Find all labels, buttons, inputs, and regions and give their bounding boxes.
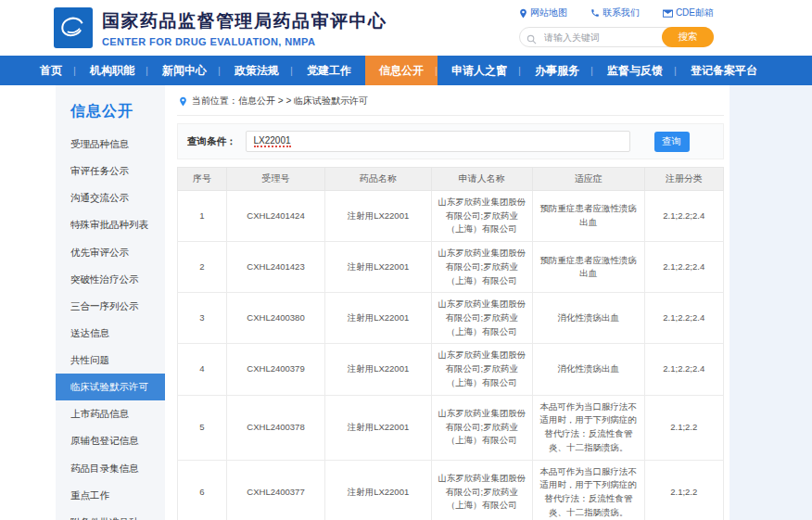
nav-item-registration-platform[interactable]: 登记备案平台 (677, 56, 771, 85)
cell-index: 2 (178, 242, 227, 293)
nav-item-info-disclosure[interactable]: 信息公开 (365, 56, 438, 85)
page: 国家药品监督管理局药品审评中心 CENTER FOR DRUG EVALUATI… (0, 0, 812, 520)
sidebar-item-drug-catalog[interactable]: 药品目录集信息 (56, 455, 165, 482)
cell-indication: 预防重症患者应激性溃疡出血 (532, 242, 644, 293)
nav-item-applicant[interactable]: 申请人之窗 (438, 56, 521, 85)
cde-mail-link[interactable]: CDE邮箱 (663, 6, 714, 19)
nav-item-home[interactable]: 首页 (26, 56, 76, 85)
site-search-button[interactable]: 搜索 (662, 27, 714, 47)
sidebar-item-excipient-registration[interactable]: 原辅包登记信息 (56, 427, 165, 454)
nav-item-party[interactable]: 党建工作 (293, 56, 365, 85)
col-header-applicant: 申请人名称 (431, 168, 532, 191)
quick-links: 网站地图 联系我们 CDE邮箱 (519, 6, 714, 19)
cell-indication: 本品可作为当口服疗法不适用时，用于下列病症的替代疗法：反流性食管炎、十二指肠溃疡… (532, 460, 644, 520)
sidebar-item-priority-review[interactable]: 优先审评公示 (56, 239, 165, 266)
nav-item-feedback[interactable]: 监督与反馈 (593, 56, 677, 85)
col-header-acceptance-no: 受理号 (227, 168, 325, 191)
sidebar-title: 信息公开 (56, 96, 165, 131)
sidebar-item-review-tasks[interactable]: 审评任务公示 (56, 158, 165, 184)
query-button[interactable]: 查询 (654, 132, 690, 152)
phone-icon (590, 8, 600, 18)
sidebar-item-communication[interactable]: 沟通交流公示 (56, 184, 165, 211)
cde-mail-label: CDE邮箱 (676, 6, 714, 19)
site-title-cn: 国家药品监督管理局药品审评中心 (102, 9, 387, 33)
sidebar-item-special-approval[interactable]: 特殊审批品种列表 (56, 211, 165, 238)
sidebar: 信息公开 受理品种信息 审评任务公示 沟通交流公示 特殊审批品种列表 优先审评公… (56, 85, 165, 520)
cell-acceptance-no: CXHL2400378 (227, 395, 325, 460)
cell-reg-class: 2.1;2.2;2.4 (644, 242, 723, 293)
cell-drug-name: 注射用LX22001 (325, 460, 432, 520)
sidebar-item-delivery-info[interactable]: 送达信息 (56, 320, 165, 347)
brand-titles: 国家药品监督管理局药品审评中心 CENTER FOR DRUG EVALUATI… (102, 9, 387, 47)
table-row: 2 CXHL2401423 注射用LX22001 山东罗欣药业集团股份有限公司;… (178, 242, 724, 293)
cell-acceptance-no: CXHL2401423 (227, 242, 325, 293)
sitemap-link[interactable]: 网站地图 (519, 6, 567, 19)
sitemap-label: 网站地图 (530, 6, 567, 19)
sidebar-item-common-issues[interactable]: 共性问题 (56, 347, 165, 374)
col-header-index: 序号 (178, 168, 227, 191)
cell-index: 4 (178, 344, 227, 395)
breadcrumb-text: 当前位置：信息公开 > > 临床试验默示许可 (192, 95, 368, 108)
contact-link[interactable]: 联系我们 (590, 6, 640, 19)
nav-item-news[interactable]: 新闻中心 (148, 56, 221, 85)
search-icon (527, 32, 537, 48)
sidebar-item-three-in-one[interactable]: 三合一序列公示 (56, 293, 165, 320)
mail-icon (663, 9, 673, 18)
table-row: 5 CXHL2400378 注射用LX22001 山东罗欣药业集团股份有限公司;… (178, 395, 724, 460)
sidebar-item-marketed-drugs[interactable]: 上市药品信息 (56, 400, 165, 427)
table-row: 6 CXHL2400377 注射用LX22001 山东罗欣药业集团股份有限公司;… (178, 460, 724, 520)
cell-applicant: 山东罗欣药业集团股份有限公司;罗欣药业（上海）有限公司 (431, 460, 532, 520)
sidebar-item-clinical-trial-implied-license[interactable]: 临床试验默示许可 (56, 374, 165, 400)
cell-applicant: 山东罗欣药业集团股份有限公司;罗欣药业（上海）有限公司 (431, 395, 532, 460)
site-title-en: CENTER FOR DRUG EVALUATION, NMPA (102, 36, 387, 47)
nav-item-org[interactable]: 机构职能 (76, 56, 148, 85)
table-row: 1 CXHL2401424 注射用LX22001 山东罗欣药业集团股份有限公司;… (178, 191, 724, 242)
nmpa-logo-icon (54, 7, 93, 48)
body-row: 信息公开 受理品种信息 审评任务公示 沟通交流公示 特殊审批品种列表 优先审评公… (0, 85, 812, 520)
query-panel: 查询条件： LX22001 查询 (177, 123, 724, 159)
cell-indication: 消化性溃疡出血 (532, 293, 644, 344)
cell-indication: 预防重症患者应激性溃疡出血 (532, 191, 644, 242)
cell-applicant: 山东罗欣药业集团股份有限公司;罗欣药业（上海）有限公司 (431, 293, 532, 344)
cell-acceptance-no: CXHL2400380 (227, 293, 325, 344)
table-header-row: 序号 受理号 药品名称 申请人名称 适应症 注册分类 (178, 168, 724, 191)
cell-acceptance-no: CXHL2400377 (227, 460, 325, 520)
cell-acceptance-no: CXHL2400379 (227, 344, 325, 395)
nav-item-services[interactable]: 办事服务 (521, 56, 593, 85)
table-row: 3 CXHL2400380 注射用LX22001 山东罗欣药业集团股份有限公司;… (178, 293, 724, 344)
table-row: 4 CXHL2400379 注射用LX22001 山东罗欣药业集团股份有限公司;… (178, 344, 724, 395)
cell-indication: 本品可作为当口服疗法不适用时，用于下列病症的替代疗法：反流性食管炎、十二指肠溃疡… (532, 395, 644, 460)
cell-applicant: 山东罗欣药业集团股份有限公司;罗欣药业（上海）有限公司 (431, 344, 532, 395)
cell-applicant: 山东罗欣药业集团股份有限公司;罗欣药业（上海）有限公司 (431, 191, 532, 242)
col-header-drug-name: 药品名称 (325, 168, 432, 191)
cell-index: 3 (178, 293, 227, 344)
sidebar-main-gap (165, 85, 171, 520)
sidebar-item-breakthrough-therapy[interactable]: 突破性治疗公示 (56, 266, 165, 293)
query-input[interactable]: LX22001 (246, 131, 630, 152)
site-logo-link[interactable]: 国家药品监督管理局药品审评中心 CENTER FOR DRUG EVALUATI… (54, 7, 387, 48)
cell-index: 6 (178, 460, 227, 520)
sidebar-item-conditional-approval[interactable]: 附条件批准品种 (56, 509, 165, 520)
contact-label: 联系我们 (603, 6, 640, 19)
cell-reg-class: 2.1;2.2;2.4 (644, 344, 723, 395)
sidebar-item-accepted-varieties[interactable]: 受理品种信息 (56, 131, 165, 158)
cell-reg-class: 2.1;2.2 (644, 395, 723, 460)
main-content: 当前位置：信息公开 > > 临床试验默示许可 查询条件： LX22001 查询 … (171, 85, 730, 520)
main-nav: 首页 机构职能 新闻中心 政策法规 党建工作 信息公开 申请人之窗 办事服务 监… (0, 56, 812, 85)
nav-item-policy[interactable]: 政策法规 (221, 56, 293, 85)
map-pin-icon (519, 8, 527, 19)
header-utility-area: 网站地图 联系我们 CDE邮箱 搜索 (519, 6, 714, 47)
breadcrumb: 当前位置：信息公开 > > 临床试验默示许可 (177, 93, 724, 116)
sidebar-item-key-work[interactable]: 重点工作 (56, 482, 165, 509)
left-margin (0, 85, 56, 520)
col-header-reg-class: 注册分类 (644, 168, 723, 191)
cell-drug-name: 注射用LX22001 (325, 242, 432, 293)
cell-applicant: 山东罗欣药业集团股份有限公司;罗欣药业（上海）有限公司 (431, 242, 532, 293)
right-margin (730, 85, 812, 520)
cell-reg-class: 2.1;2.2 (644, 460, 723, 520)
results-table: 序号 受理号 药品名称 申请人名称 适应症 注册分类 1 CXHL2401424… (177, 167, 724, 520)
query-value: LX22001 (254, 135, 291, 147)
cell-reg-class: 2.1;2.2;2.4 (644, 191, 723, 242)
cell-index: 5 (178, 395, 227, 460)
col-header-indication: 适应症 (532, 168, 644, 191)
